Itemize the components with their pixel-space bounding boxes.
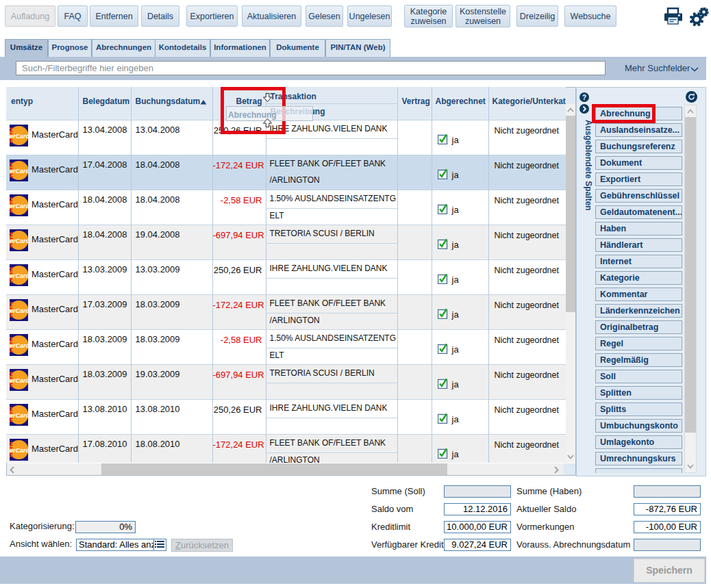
svg-text:erCard: erCard <box>10 132 28 139</box>
svg-text:erCard: erCard <box>10 411 28 418</box>
svg-text:erCard: erCard <box>10 342 28 348</box>
svg-text:?: ? <box>582 94 586 101</box>
svg-text:erCard: erCard <box>10 272 28 279</box>
svg-text:erCard: erCard <box>10 446 28 453</box>
svg-text:erCard: erCard <box>10 237 28 244</box>
svg-text:erCard: erCard <box>10 167 28 174</box>
svg-text:erCard: erCard <box>10 307 28 314</box>
svg-text:erCard: erCard <box>10 202 28 209</box>
svg-text:erCard: erCard <box>10 376 28 383</box>
